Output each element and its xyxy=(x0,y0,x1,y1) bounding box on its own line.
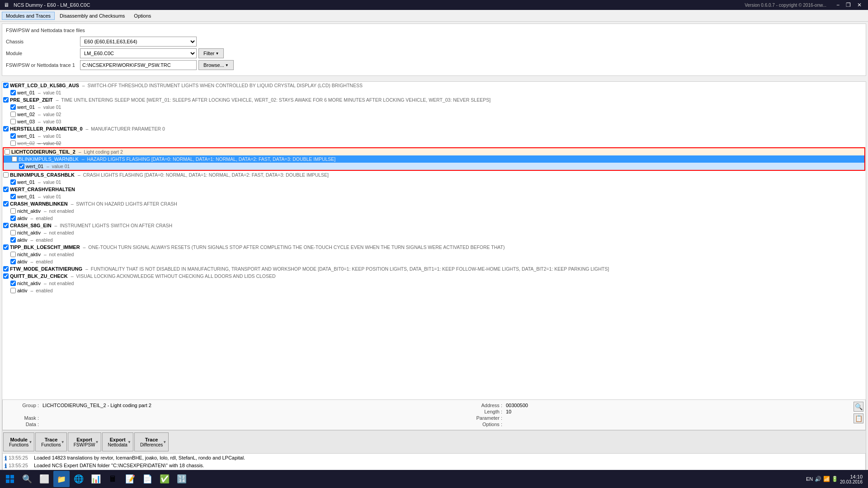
taskbar-search-icon[interactable]: 🔍 xyxy=(19,471,35,487)
checkbox-f2-3[interactable] xyxy=(10,119,16,124)
restore-button[interactable]: ❐ xyxy=(843,0,854,10)
checkbox-f8-1[interactable] xyxy=(10,230,16,235)
checkbox-f4-1[interactable] xyxy=(12,156,17,162)
chassis-select[interactable]: E60 (E60,E61,E63,E64) xyxy=(80,37,197,47)
checkbox-f9-1[interactable] xyxy=(10,252,16,257)
list-item[interactable]: nicht_aktiv – not enabled xyxy=(2,251,866,258)
export-nettodata-button[interactable]: Export Nettodata ▼ xyxy=(102,432,133,451)
list-item[interactable]: aktiv – enabled xyxy=(2,287,866,294)
trace-functions-button[interactable]: Trace Functions ▼ xyxy=(35,432,66,451)
copy-button[interactable]: 📋 xyxy=(854,413,863,423)
list-item[interactable]: aktiv – enabled xyxy=(2,258,866,265)
highlighted-group: LICHTCODIERUNG_TEIL_2 – Light coding par… xyxy=(3,147,865,171)
browse-button[interactable]: Browse... ▼ xyxy=(198,60,234,70)
list-item[interactable]: wert_01 – value 01 xyxy=(2,178,866,186)
list-item[interactable]: aktiv – enabled xyxy=(2,215,866,222)
list-item[interactable]: wert_01 – value 01 xyxy=(2,89,866,96)
list-item[interactable]: nicht_aktiv – not enabled xyxy=(2,207,866,215)
list-item[interactable]: BLINKIMPULS_WARNBLK – HAZARD LIGHTS FLAS… xyxy=(4,155,864,163)
filter-arrow-icon: ▼ xyxy=(215,52,219,56)
menu-disassembly[interactable]: Disassembly and Checksums xyxy=(56,12,129,20)
checkbox-f5[interactable] xyxy=(3,172,9,178)
list-item[interactable]: wert_03 – value 03 xyxy=(2,118,866,125)
close-button[interactable]: ✕ xyxy=(854,0,864,10)
list-item[interactable]: CRASH_WARNBLINKEN – SWITCH ON HAZARD LIG… xyxy=(2,200,866,207)
checkbox-f1-1[interactable] xyxy=(10,90,16,95)
list-item[interactable]: wert_01 – value 01 xyxy=(2,103,866,111)
checkbox-f3-2[interactable] xyxy=(10,141,16,146)
checkbox-f7-2[interactable] xyxy=(10,216,16,221)
taskbar-app2-icon[interactable]: 📊 xyxy=(88,471,104,487)
list-item[interactable]: PRE_SLEEP_ZEIT – TIME UNTIL ENTERING SLE… xyxy=(2,96,866,103)
list-item[interactable]: wert_02 – value 02 xyxy=(2,111,866,118)
checkbox-f11-2[interactable] xyxy=(10,288,16,293)
taskbar-app3-icon[interactable]: 🖩 xyxy=(105,471,121,487)
taskbar-task-view-icon[interactable]: ⬜ xyxy=(36,471,52,487)
module-label: Module xyxy=(6,51,78,56)
checkbox-f11[interactable] xyxy=(3,273,9,279)
parameter-label: Parameter : xyxy=(466,415,502,421)
checkbox-f9-2[interactable] xyxy=(10,259,16,264)
checkbox-f1[interactable] xyxy=(3,83,9,88)
list-item[interactable]: QUITT_BLK_ZU_CHECK – VISUAL LOCKING ACKN… xyxy=(2,272,866,280)
list-item[interactable]: WERT_CRASHVERHALTEN xyxy=(2,186,866,193)
module-select[interactable]: LM_E60.C0C xyxy=(80,48,197,58)
taskbar-app5-icon[interactable]: 📄 xyxy=(139,471,156,487)
checkbox-f10[interactable] xyxy=(3,266,9,272)
export-fsw-psw-button[interactable]: Export FSW/PSW ▼ xyxy=(68,432,101,451)
checkbox-f7[interactable] xyxy=(3,201,9,206)
checkbox-f3-1[interactable] xyxy=(10,133,16,139)
list-item[interactable]: nicht_aktiv – not enabled xyxy=(2,280,866,287)
taskbar-calc-icon[interactable]: 🔢 xyxy=(174,471,190,487)
list-item[interactable]: nicht_aktiv – not enabled xyxy=(2,229,866,236)
mask-value xyxy=(42,415,462,421)
minimize-button[interactable]: − xyxy=(834,0,842,10)
checkbox-f4[interactable] xyxy=(5,149,10,155)
list-item[interactable]: WERT_LCD_LD_KL58G_AUS – SWITCH-OFF THRES… xyxy=(2,82,866,89)
checkbox-f2-2[interactable] xyxy=(10,112,16,117)
chassis-label: Chassis xyxy=(6,39,78,44)
list-item[interactable]: wert_01 – value 01 xyxy=(2,193,866,200)
checkbox-f11-1[interactable] xyxy=(10,281,16,286)
start-button[interactable] xyxy=(2,471,18,487)
checkbox-f8-2[interactable] xyxy=(10,237,16,243)
checkbox-f6-1[interactable] xyxy=(10,194,16,199)
trace-differences-button[interactable]: Trace Differences ▼ xyxy=(134,432,169,451)
checkbox-f9[interactable] xyxy=(3,244,9,250)
options-value xyxy=(506,422,839,427)
trace-input[interactable] xyxy=(80,60,197,70)
checkbox-f3[interactable] xyxy=(3,126,9,131)
list-item[interactable]: CRASH_S8G_EIN – INSTRUMENT LIGHTS SWITCH… xyxy=(2,222,866,229)
checkbox-f2[interactable] xyxy=(3,97,9,103)
group-label: Group : xyxy=(6,403,39,408)
filter-button[interactable]: Filter ▼ xyxy=(198,48,224,58)
list-item[interactable]: wert_02 – value 02 xyxy=(2,140,866,147)
taskbar-app6-icon[interactable]: ✅ xyxy=(156,471,173,487)
list-item[interactable]: FTW_MODE_DEAKTIVIERUNG – FUNTIONALITY TH… xyxy=(2,265,866,272)
checkbox-f4-1-1[interactable] xyxy=(19,164,24,169)
taskbar-app1-icon[interactable]: 🌐 xyxy=(71,471,87,487)
menu-options[interactable]: Options xyxy=(130,12,155,20)
list-item[interactable]: wert_01 – value 01 xyxy=(4,163,864,170)
menu-modules-traces[interactable]: Modules and Traces xyxy=(2,12,55,20)
export-fsw-arrow-icon: ▼ xyxy=(95,440,99,444)
log-entry: ℹ 13:55:25 Loaded 14823 translations by … xyxy=(5,455,863,462)
fsw-section: FSW/PSW and Nettodata trace files Chassi… xyxy=(2,23,866,76)
checkbox-f7-1[interactable] xyxy=(10,208,16,214)
list-item[interactable]: LICHTCODIERUNG_TEIL_2 – Light coding par… xyxy=(4,148,864,155)
taskbar-explorer-icon[interactable]: 📁 xyxy=(53,471,70,487)
module-functions-button[interactable]: Module Functions ▼ xyxy=(3,432,34,451)
search-button[interactable]: 🔍 xyxy=(854,402,863,412)
checkbox-f6[interactable] xyxy=(3,187,9,192)
checkbox-f8[interactable] xyxy=(3,223,9,228)
checkbox-f5-1[interactable] xyxy=(10,179,16,185)
taskbar-lang: EN xyxy=(806,476,813,482)
fsw-title: FSW/PSW and Nettodata trace files xyxy=(6,28,862,33)
taskbar-app4-icon[interactable]: 📝 xyxy=(122,471,138,487)
list-item[interactable]: wert_01 – value 01 xyxy=(2,132,866,140)
checkbox-f2-1[interactable] xyxy=(10,104,16,110)
list-item[interactable]: TIPP_BLK_LOESCHT_IMMER – ONE-TOUCH TURN … xyxy=(2,244,866,251)
list-item[interactable]: BLINKIMPULS_CRASHBLK – CRASH LIGHTS FLAS… xyxy=(2,171,866,178)
list-item[interactable]: aktiv – enabled xyxy=(2,236,866,244)
list-item[interactable]: HERSTELLER_PARAMETER_0 – MANUFACTURER PA… xyxy=(2,125,866,132)
